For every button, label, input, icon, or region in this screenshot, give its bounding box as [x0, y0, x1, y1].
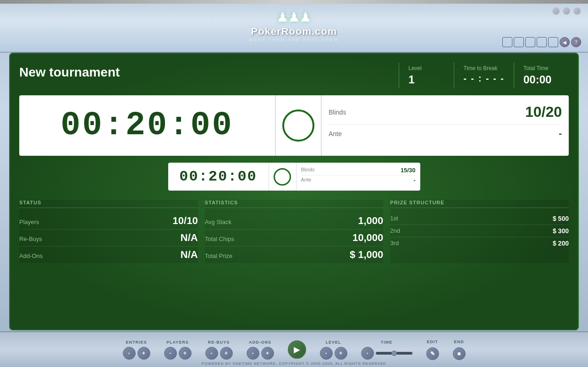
end-button[interactable]: ■ — [453, 347, 466, 360]
bottom-stats: STATUS Players 10/10 Re-Buys N/A Add-Ons… — [19, 200, 569, 263]
entries-buttons: - + — [123, 347, 150, 360]
next-blinds-section: Blinds 15/30 Ante - — [297, 163, 420, 191]
header-stats: Level 1 Time to Break - - : - - - Total … — [399, 63, 569, 88]
nav-area: ◀ ? — [502, 37, 581, 47]
nav-slot-1 — [502, 37, 512, 47]
blinds-label: Blinds — [329, 109, 346, 116]
blinds-row: Blinds 10/20 — [329, 100, 562, 125]
next-circle-ring — [274, 168, 291, 186]
logo-title: PokerRoom.com — [249, 26, 339, 38]
time-slider[interactable] — [376, 352, 412, 355]
prize-amount-3: $ 200 — [553, 240, 569, 247]
addons-label: ADD-ONS — [249, 340, 271, 345]
addons-plus-button[interactable]: + — [261, 347, 274, 360]
nav-slot-5 — [548, 37, 558, 47]
time-to-break-stat-box: Time to Break - - : - - - — [454, 63, 514, 88]
entries-label: ENTRIES — [126, 340, 147, 345]
main-timer-section: 00:20:00 Blinds 10/20 Ante - — [19, 95, 569, 156]
logo-area: ♟♟♟ PokerRoom.com MEET THEM AND BEAT THE… — [249, 10, 339, 42]
next-ante-label: Ante — [301, 177, 312, 184]
time-group: TIME - — [361, 340, 412, 360]
players-minus-button[interactable]: - — [164, 347, 177, 360]
entries-group: ENTRIES - + — [123, 340, 150, 360]
prize-header: PRIZE STRUCTURE — [390, 200, 569, 208]
addons-row: Add-Ons N/A — [19, 246, 198, 263]
prize-row: 3rd $ 200 — [390, 237, 569, 249]
edit-button[interactable]: ✎ — [426, 347, 439, 360]
players-group: PLAYERS - + — [164, 340, 192, 360]
prize-amount-1: $ 500 — [553, 215, 569, 222]
next-blinds-label: Blinds — [301, 167, 315, 174]
minimize-button[interactable] — [552, 7, 560, 15]
level-label: LEVEL — [325, 340, 341, 345]
time-controls: - — [361, 347, 412, 360]
rebuys-plus-button[interactable]: + — [220, 347, 233, 360]
rebuys-minus-button[interactable]: - — [205, 347, 218, 360]
next-timer-display: 00:20:00 — [168, 163, 269, 191]
players-row: Players 10/10 — [19, 213, 198, 230]
close-button[interactable] — [573, 7, 581, 15]
logo-subtitle: MEET THEM AND BEAT THEM — [249, 38, 339, 42]
ante-value: - — [559, 128, 562, 139]
total-time-value: 00:00 — [523, 73, 560, 86]
nav-back-button[interactable]: ◀ — [560, 37, 570, 47]
main-circle-ring — [282, 110, 314, 142]
footer-copyright: POWERED BY ONETIME NETWORK, COPYRIGHT © … — [202, 362, 386, 366]
rebuys-buttons: - + — [205, 347, 233, 360]
time-label: TIME — [381, 340, 393, 345]
next-timer-section: 00:20:00 Blinds 15/30 Ante - — [168, 163, 420, 191]
level-buttons: - + — [320, 347, 347, 360]
end-group: END ■ — [453, 340, 466, 360]
edit-group: EDIT ✎ — [426, 340, 439, 360]
level-minus-button[interactable]: - — [320, 347, 333, 360]
total-chips-row: Total Chips 10,000 — [205, 230, 384, 246]
addons-buttons: - + — [247, 347, 274, 360]
rebuys-label: Re-Buys — [19, 236, 42, 242]
next-ante-value: - — [413, 177, 415, 184]
prize-amount-2: $ 300 — [553, 227, 569, 235]
time-minus-button[interactable]: - — [361, 347, 374, 360]
players-label: Players — [19, 219, 39, 225]
time-to-break-label: Time to Break — [463, 65, 505, 71]
addons-group: ADD-ONS - + — [247, 340, 274, 360]
avg-stack-label: Avg Stack — [205, 219, 231, 225]
level-group: LEVEL - + — [320, 340, 347, 360]
prize-structure-panel: PRIZE STRUCTURE 1st $ 500 2nd $ 300 3rd … — [390, 200, 569, 263]
avg-stack-row: Avg Stack 1,000 — [205, 213, 384, 230]
ante-row: Ante - — [329, 125, 562, 142]
total-time-stat-box: Total Time 00:00 — [514, 63, 569, 88]
players-plus-button[interactable]: + — [179, 347, 192, 360]
time-to-break-value: - - : - - - — [463, 73, 505, 84]
blinds-value: 10/20 — [525, 104, 562, 121]
status-header: STATUS — [19, 200, 198, 208]
players-value: 10/10 — [173, 215, 198, 227]
next-blinds-row: Blinds 15/30 — [301, 165, 416, 175]
next-circle-indicator — [269, 163, 297, 191]
entries-minus-button[interactable]: - — [123, 347, 136, 360]
prize-place-1: 1st — [390, 215, 398, 222]
players-buttons: - + — [164, 347, 192, 360]
top-bar: ♟♟♟ PokerRoom.com MEET THEM AND BEAT THE… — [0, 0, 588, 53]
total-prize-value: $ 1,000 — [350, 249, 383, 261]
logo-icon: ♟♟♟ — [249, 10, 339, 25]
nav-slot-2 — [514, 37, 524, 47]
total-prize-row: Total Prize $ 1,000 — [205, 246, 384, 263]
end-label: END — [454, 340, 464, 344]
total-chips-value: 10,000 — [352, 232, 383, 244]
entries-plus-button[interactable]: + — [137, 347, 150, 360]
ante-label: Ante — [329, 130, 342, 137]
rebuys-label: RE-BUYS — [208, 340, 230, 345]
maximize-button[interactable] — [562, 7, 571, 15]
next-blinds-value: 15/30 — [401, 167, 416, 174]
play-button[interactable]: ▶ — [288, 340, 306, 359]
statistics-header: STATISTICS — [205, 200, 384, 208]
nav-slot-4 — [537, 37, 547, 47]
level-stat-box: Level 1 — [399, 63, 454, 88]
main-timer-display: 00:20:00 — [19, 95, 276, 156]
prize-place-2: 2nd — [390, 227, 400, 235]
addons-minus-button[interactable]: - — [247, 347, 259, 360]
bottom-toolbar: ENTRIES - + PLAYERS - + RE-BUYS - + ADD-… — [0, 331, 588, 367]
level-plus-button[interactable]: + — [335, 347, 347, 360]
addons-value: N/A — [181, 249, 198, 261]
nav-help-button[interactable]: ? — [571, 37, 581, 47]
